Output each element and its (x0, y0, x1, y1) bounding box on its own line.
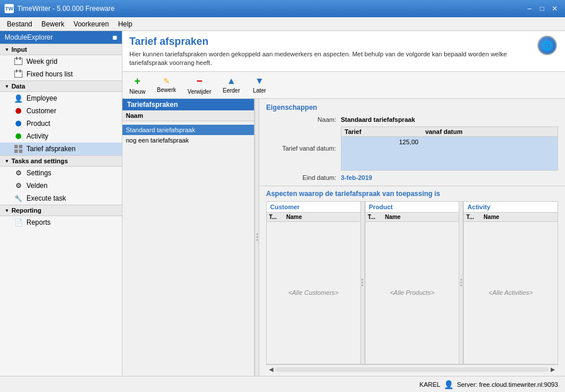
vertical-divider[interactable] (255, 99, 259, 376)
tarief-label: Tarief vanaf datum: (266, 145, 341, 152)
sidebar-section-data[interactable]: ▼ Data (0, 80, 122, 92)
sidebar-close-button[interactable]: ■ (113, 33, 117, 41)
page-description: Hier kunnen tariefafspraken worden gekop… (129, 50, 520, 68)
eigenschappen-section: Eigenschappen Naam: Standaard tariefafsp… (259, 99, 565, 186)
tarief-date (422, 136, 558, 147)
nieuw-button[interactable]: + Nieuw (127, 74, 148, 96)
customer-aspect-table: T... Name (267, 213, 360, 222)
module-icon: 🌐 (537, 36, 557, 55)
tarief-col2-header: vanaf datum (422, 127, 558, 137)
naam-column-header: Naam (122, 110, 254, 121)
product-col2-header: Name (383, 213, 459, 222)
aspect-divider-1[interactable] (360, 201, 365, 364)
tarief-empty-row2 (341, 159, 558, 170)
tariefafspraken-panel: Tariefafspraken Naam Standaard tariefafs… (122, 99, 255, 376)
svg-rect-3 (19, 149, 22, 153)
sidebar-item-week-grid[interactable]: Week grid (0, 55, 122, 68)
sidebar-item-tarief-afspraken[interactable]: Tarief afspraken (0, 143, 122, 155)
scroll-left-button[interactable]: ◀ (267, 366, 275, 372)
product-empty-label: <Alle Products> (366, 222, 459, 364)
doc-icon: 📄 (14, 218, 23, 227)
sidebar-item-customer[interactable]: Customer (0, 105, 122, 117)
sidebar-item-employee[interactable]: 👤 Employee (0, 92, 122, 105)
later-label: Later (253, 87, 266, 94)
menu-bestand[interactable]: Bestand (2, 19, 37, 29)
einddatum-label: Eind datum: (266, 174, 341, 181)
naam-value: Standaard tariefafspraak (341, 116, 415, 123)
sidebar-item-product[interactable]: Product (0, 117, 122, 130)
bewerk-button[interactable]: ✎ Bewerk (155, 75, 178, 94)
drag-dot (256, 233, 258, 235)
sidebar-section-tasks[interactable]: ▼ Tasks and settings (0, 155, 122, 167)
einddatum-row: Eind datum: 3-feb-2019 (266, 174, 558, 181)
tarief-col1-header: Tarief (341, 127, 422, 137)
up-arrow-icon: ▲ (227, 76, 236, 86)
tarief-table-container: Tarief vanaf datum 125,00 (341, 126, 558, 171)
sidebar-item-label: Product (26, 120, 50, 128)
main-layout: ModuleExplorer ■ ▼ Input Week grid Fixed… (0, 31, 565, 376)
customer-empty-label: <Alle Customers> (267, 222, 360, 364)
tarief-row: Tarief vanaf datum: Tarief vanaf datum (266, 126, 558, 171)
dot-red-icon (14, 106, 23, 116)
menu-help[interactable]: Help (113, 19, 137, 29)
tarief-table: Tarief vanaf datum 125,00 (341, 127, 558, 170)
content-area: Tarief afspraken Hier kunnen tariefafspr… (122, 31, 565, 376)
toolbar: + Nieuw ✎ Bewerk − Verwijder ▲ Eerder ▼ … (122, 72, 565, 99)
customer-col1-header: T... (267, 213, 284, 222)
naam-row: Naam: Standaard tariefafspraak (266, 116, 558, 123)
wrench-icon: 🔧 (14, 194, 23, 203)
svg-rect-1 (19, 145, 22, 148)
verwijder-button[interactable]: − Verwijder (185, 74, 213, 96)
sidebar-title: ModuleExplorer (5, 33, 53, 41)
einddatum-value: 3-feb-2019 (341, 174, 372, 181)
maximize-button[interactable]: □ (536, 3, 548, 14)
sidebar-item-settings[interactable]: ⚙ Settings (0, 167, 122, 179)
sidebar-item-label: Reports (26, 218, 51, 226)
table-cell: nog een tariefafspraak (122, 135, 254, 145)
sidebar: ModuleExplorer ■ ▼ Input Week grid Fixed… (0, 31, 122, 376)
activity-panel-title: Activity (464, 202, 558, 213)
sidebar-section-data-label: Data (11, 83, 25, 90)
sidebar-section-tasks-label: Tasks and settings (11, 157, 68, 164)
sidebar-item-execute-task[interactable]: 🔧 Execute task (0, 192, 122, 205)
close-button[interactable]: ✕ (549, 3, 560, 14)
horizontal-scrollbar[interactable]: ◀ ▶ (266, 364, 558, 374)
panels: Tariefafspraken Naam Standaard tariefafs… (122, 99, 565, 376)
sidebar-section-reporting[interactable]: ▼ Reporting (0, 205, 122, 216)
minimize-button[interactable]: – (524, 3, 535, 14)
product-aspect-table: T... Name (366, 213, 459, 222)
sidebar-item-reports[interactable]: 📄 Reports (0, 216, 122, 229)
minus-icon: − (197, 75, 203, 87)
eerder-button[interactable]: ▲ Eerder (221, 75, 243, 95)
aspecten-section: Aspecten waarop de tariefafspraak van to… (259, 186, 565, 376)
scroll-right-button[interactable]: ▶ (549, 366, 557, 372)
product-col1-header: T... (366, 213, 383, 222)
activity-empty-label: <Alle Activities> (464, 222, 558, 364)
table-cell-selected: Standaard tariefafspraak (122, 125, 254, 135)
pencil-icon: ✎ (163, 76, 170, 86)
verwijder-label: Verwijder (187, 89, 211, 95)
table-row-selected[interactable]: Standaard tariefafspraak (122, 125, 254, 135)
sidebar-section-input-label: Input (11, 46, 27, 53)
sidebar-item-velden[interactable]: ⚙ Velden (0, 179, 122, 192)
tariefafspraken-table: Naam Standaard tariefafspraak nog een ta… (122, 110, 254, 145)
table-row[interactable]: nog een tariefafspraak (122, 135, 254, 145)
sidebar-item-fixed-hours-list[interactable]: Fixed hours list (0, 68, 122, 80)
menu-voorkeuren[interactable]: Voorkeuren (69, 19, 113, 29)
later-button[interactable]: ▼ Later (249, 75, 270, 95)
calendar-icon (14, 70, 23, 79)
sidebar-header: ModuleExplorer ■ (0, 31, 122, 44)
aspecten-panels: Customer T... Name <Alle Customers> (266, 201, 558, 364)
app-title: TimeWriter - 5.00.000 Freeware (17, 5, 114, 13)
sidebar-section-input[interactable]: ▼ Input (0, 44, 122, 55)
menu-bewerk[interactable]: Bewerk (37, 19, 69, 29)
aspect-divider-2[interactable] (459, 201, 463, 364)
naam-label: Naam: (266, 116, 341, 123)
tarief-data-row[interactable]: 125,00 (341, 136, 558, 147)
title-bar: TW TimeWriter - 5.00.000 Freeware – □ ✕ (0, 0, 565, 17)
sidebar-item-activity[interactable]: Activity (0, 130, 122, 143)
nieuw-label: Nieuw (129, 89, 145, 95)
gear-icon: ⚙ (14, 181, 23, 190)
customer-col2-header: Name (284, 213, 360, 222)
person-icon: 👤 (14, 94, 23, 103)
